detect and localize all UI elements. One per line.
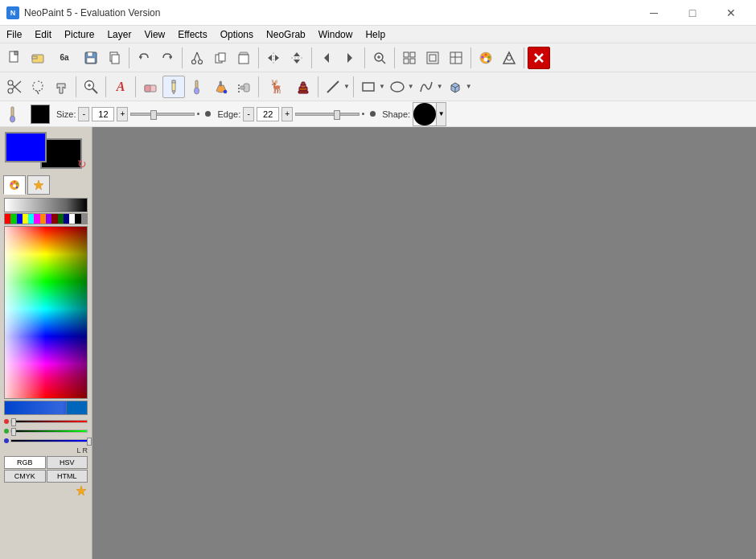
edge-slider[interactable] bbox=[295, 109, 360, 120]
brush-tool[interactable] bbox=[186, 76, 208, 98]
grid-button[interactable] bbox=[445, 47, 467, 69]
color-cell-white[interactable] bbox=[69, 214, 75, 224]
fx2-button[interactable] bbox=[421, 47, 444, 69]
blue-slider-track[interactable] bbox=[10, 439, 88, 442]
green-slider-thumb[interactable] bbox=[11, 428, 16, 436]
lasso-tool[interactable] bbox=[27, 76, 49, 98]
rect-dropdown[interactable]: ▼ bbox=[379, 83, 385, 90]
cube-tool[interactable] bbox=[444, 76, 466, 98]
flip-v-button[interactable] bbox=[286, 47, 308, 69]
foreground-color-swatch[interactable] bbox=[5, 132, 47, 162]
html-tab[interactable]: HTML bbox=[47, 470, 88, 483]
ellipse-dropdown[interactable]: ▼ bbox=[408, 83, 414, 90]
undo-button[interactable] bbox=[133, 47, 155, 69]
smudge-tool[interactable] bbox=[50, 76, 72, 98]
text-tool[interactable]: A bbox=[109, 76, 132, 98]
menu-options[interactable]: Options bbox=[214, 26, 260, 43]
color-picker[interactable] bbox=[4, 226, 88, 399]
blue-slider-thumb[interactable] bbox=[87, 438, 92, 446]
line-dropdown[interactable]: ▼ bbox=[343, 83, 350, 90]
rgb-tab[interactable]: RGB bbox=[4, 456, 46, 469]
cut-button[interactable] bbox=[186, 47, 208, 69]
edge-minus[interactable]: - bbox=[243, 107, 254, 121]
shape-dropdown-btn[interactable]: ▼ bbox=[436, 103, 446, 125]
scissors-tool[interactable] bbox=[3, 76, 26, 98]
menu-picture[interactable]: Picture bbox=[58, 26, 101, 43]
copy-button[interactable] bbox=[209, 47, 232, 69]
next-button[interactable] bbox=[339, 47, 361, 69]
blue-swatch[interactable] bbox=[66, 401, 87, 414]
stop-button[interactable] bbox=[528, 47, 550, 69]
menu-layer[interactable]: Layer bbox=[101, 26, 138, 43]
color-cell-purple[interactable] bbox=[46, 214, 51, 224]
color-cell-green[interactable] bbox=[10, 214, 16, 224]
menu-edit[interactable]: Edit bbox=[28, 26, 58, 43]
green-slider-track[interactable] bbox=[10, 430, 88, 433]
size-slider-thumb[interactable] bbox=[150, 110, 157, 120]
color-cell-cyan[interactable] bbox=[28, 214, 34, 224]
hsv-tab[interactable]: HSV bbox=[47, 456, 88, 469]
extra-star-icon[interactable] bbox=[75, 484, 88, 499]
close-button[interactable]: ✕ bbox=[713, 0, 750, 26]
red-slider-track[interactable] bbox=[10, 420, 88, 423]
menu-view[interactable]: View bbox=[138, 26, 171, 43]
spray-tool[interactable] bbox=[232, 76, 255, 98]
menu-window[interactable]: Window bbox=[312, 26, 360, 43]
color-cell-darkred[interactable] bbox=[51, 214, 57, 224]
menu-help[interactable]: Help bbox=[359, 26, 392, 43]
copy-page-button[interactable] bbox=[103, 47, 125, 69]
size-slider[interactable] bbox=[130, 109, 195, 120]
palette-tab-color[interactable] bbox=[3, 175, 26, 195]
paint-bucket-tool[interactable] bbox=[209, 76, 232, 98]
rubber-stamp-tool[interactable] bbox=[292, 76, 314, 98]
color-cell-red[interactable] bbox=[5, 214, 10, 224]
new-button[interactable] bbox=[3, 47, 26, 69]
sep1 bbox=[129, 47, 129, 68]
cmyk-tab[interactable]: CMYK bbox=[4, 470, 46, 483]
flip-h-button[interactable] bbox=[262, 47, 285, 69]
fx1-button[interactable] bbox=[398, 47, 421, 69]
paste-button[interactable] bbox=[232, 47, 255, 69]
swap-colors-button[interactable]: ↻ bbox=[76, 158, 88, 171]
color-cell-darkgreen[interactable] bbox=[58, 214, 64, 224]
size-minus[interactable]: - bbox=[78, 107, 89, 121]
magnify-tool[interactable] bbox=[80, 76, 102, 98]
eraser-tool[interactable] bbox=[139, 76, 162, 98]
cube-dropdown[interactable]: ▼ bbox=[466, 83, 472, 90]
deer-tool[interactable]: 🦌 bbox=[262, 76, 291, 98]
maximize-button[interactable]: □ bbox=[674, 0, 711, 26]
menu-file[interactable]: File bbox=[0, 26, 28, 43]
color-cell-yellow[interactable] bbox=[23, 214, 28, 224]
minimize-button[interactable]: ─ bbox=[635, 0, 672, 26]
redo-button[interactable] bbox=[156, 47, 179, 69]
color-cell-darkblue[interactable] bbox=[64, 214, 69, 224]
open-button[interactable] bbox=[27, 47, 49, 69]
color-cell-orange[interactable] bbox=[40, 214, 46, 224]
color-cell-blue[interactable] bbox=[17, 214, 23, 224]
menu-effects[interactable]: Effects bbox=[171, 26, 213, 43]
rectangle-tool[interactable] bbox=[357, 76, 380, 98]
color-cell-grey[interactable] bbox=[81, 214, 87, 224]
bezier-tool[interactable] bbox=[415, 76, 438, 98]
pencil-tool[interactable] bbox=[162, 76, 185, 98]
color-cell-magenta[interactable] bbox=[34, 214, 39, 224]
menu-neograb[interactable]: NeoGrab bbox=[260, 26, 312, 43]
shape-preview[interactable] bbox=[413, 103, 436, 125]
ellipse-tool[interactable] bbox=[386, 76, 409, 98]
red-slider-thumb[interactable] bbox=[11, 418, 16, 426]
canvas-area[interactable] bbox=[92, 127, 756, 559]
palette-tab-favorite[interactable] bbox=[27, 175, 50, 195]
save-button[interactable] bbox=[80, 47, 102, 69]
batch-button[interactable]: 6a bbox=[50, 47, 79, 69]
main-area: ↻ bbox=[0, 127, 756, 559]
wave-dropdown[interactable]: ▼ bbox=[437, 83, 443, 90]
edge-slider-thumb[interactable] bbox=[334, 110, 340, 120]
zoom-button[interactable] bbox=[368, 47, 391, 69]
color-cell-black[interactable] bbox=[75, 214, 80, 224]
color-palette-button[interactable] bbox=[475, 47, 497, 69]
prev-button[interactable] bbox=[315, 47, 338, 69]
size-plus[interactable]: + bbox=[117, 107, 128, 121]
color2-button[interactable] bbox=[498, 47, 520, 69]
line-tool[interactable] bbox=[322, 76, 344, 98]
edge-plus[interactable]: + bbox=[281, 107, 293, 121]
